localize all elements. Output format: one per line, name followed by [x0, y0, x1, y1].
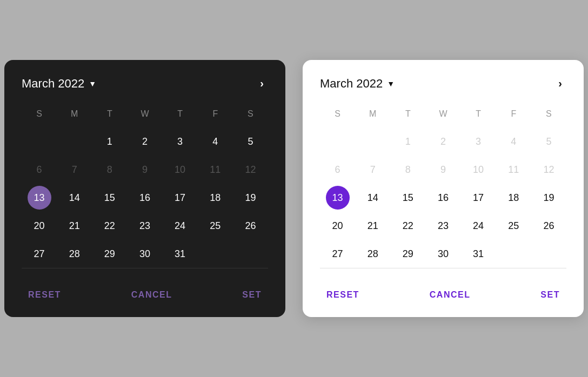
light-dropdown-arrow[interactable]: ▼ — [387, 79, 395, 88]
dark-day-17[interactable]: 17 — [168, 186, 192, 210]
dark-day-empty — [203, 242, 227, 266]
dark-dropdown-arrow[interactable]: ▼ — [89, 79, 96, 88]
dark-day-2[interactable]: 2 — [133, 130, 157, 153]
light-day-header-tue: T — [390, 105, 425, 127]
dark-day-header-tue: T — [92, 105, 127, 127]
dark-day-24[interactable]: 24 — [168, 214, 192, 238]
light-day-header-mon: M — [355, 105, 390, 127]
light-day-22[interactable]: 22 — [396, 214, 420, 238]
light-day-21[interactable]: 21 — [361, 214, 385, 238]
dark-footer-divider — [22, 268, 268, 268]
light-cancel-button[interactable]: CANCEL — [423, 286, 477, 304]
dark-day-12[interactable]: 12 — [238, 158, 262, 181]
light-day-3[interactable]: 3 — [466, 130, 490, 153]
light-day-header-sun: S — [320, 105, 355, 127]
dark-day-21[interactable]: 21 — [63, 214, 86, 238]
light-day-28[interactable]: 28 — [361, 242, 385, 266]
light-day-18[interactable]: 18 — [502, 186, 525, 210]
dark-day-19[interactable]: 19 — [238, 186, 262, 210]
light-month-title: March 2022 ▼ — [320, 77, 395, 91]
dark-day-25[interactable]: 25 — [203, 214, 227, 238]
dark-day-29[interactable]: 29 — [98, 242, 122, 266]
dark-day-22[interactable]: 22 — [98, 214, 122, 238]
dark-day-18[interactable]: 18 — [203, 186, 227, 210]
light-day-7[interactable]: 7 — [361, 158, 385, 181]
light-day-2[interactable]: 2 — [431, 130, 455, 153]
dark-day-23[interactable]: 23 — [133, 214, 157, 238]
dark-day-26[interactable]: 26 — [238, 214, 262, 238]
dark-calendar-header: March 2022 ▼ › — [22, 75, 268, 92]
light-calendar-footer: RESET CANCEL SET — [320, 284, 566, 304]
dark-day-7[interactable]: 7 — [63, 158, 86, 181]
dark-day-header-sat: S — [233, 105, 268, 127]
light-day-26[interactable]: 26 — [537, 214, 560, 238]
light-set-button[interactable]: SET — [534, 286, 566, 304]
dark-day-20[interactable]: 20 — [28, 214, 51, 238]
light-footer-divider — [320, 268, 566, 268]
light-day-31[interactable]: 31 — [466, 242, 490, 266]
light-day-empty — [361, 130, 385, 153]
dark-day-header-fri: F — [198, 105, 233, 127]
dark-month-title: March 2022 ▼ — [22, 77, 96, 91]
dark-day-empty — [28, 130, 51, 153]
light-nav-next[interactable]: › — [554, 75, 566, 92]
light-day-10[interactable]: 10 — [466, 158, 490, 181]
dark-day-1[interactable]: 1 — [98, 130, 122, 153]
light-day-29[interactable]: 29 — [396, 242, 420, 266]
dark-day-15[interactable]: 15 — [98, 186, 122, 210]
light-day-header-wed: W — [425, 105, 460, 127]
dark-day-14[interactable]: 14 — [63, 186, 86, 210]
light-reset-button[interactable]: RESET — [320, 286, 366, 304]
dark-calendar-grid: S M T W T F S 1 2 3 4 5 6 7 8 9 10 11 12… — [22, 105, 268, 268]
dark-nav-next[interactable]: › — [256, 75, 268, 92]
light-day-15[interactable]: 15 — [396, 186, 420, 210]
light-day-12[interactable]: 12 — [537, 158, 560, 181]
dark-day-10[interactable]: 10 — [168, 158, 192, 181]
light-day-30[interactable]: 30 — [431, 242, 455, 266]
dark-day-5[interactable]: 5 — [238, 130, 262, 153]
dark-set-button[interactable]: SET — [236, 286, 268, 304]
light-day-header-thu: T — [461, 105, 496, 127]
light-day-11[interactable]: 11 — [502, 158, 525, 181]
light-day-23[interactable]: 23 — [431, 214, 455, 238]
light-day-1[interactable]: 1 — [396, 130, 420, 153]
dark-day-3[interactable]: 3 — [168, 130, 192, 153]
light-day-14[interactable]: 14 — [361, 186, 385, 210]
dark-day-16[interactable]: 16 — [133, 186, 157, 210]
light-day-8[interactable]: 8 — [396, 158, 420, 181]
dark-day-header-thu: T — [163, 105, 198, 127]
dark-cancel-button[interactable]: CANCEL — [125, 286, 179, 304]
dark-day-8[interactable]: 8 — [98, 158, 122, 181]
light-day-19[interactable]: 19 — [537, 186, 560, 210]
dark-day-11[interactable]: 11 — [203, 158, 227, 181]
dark-day-27[interactable]: 27 — [28, 242, 51, 266]
light-day-empty — [502, 242, 525, 266]
dark-day-9[interactable]: 9 — [133, 158, 157, 181]
dark-calendar: March 2022 ▼ › S M T W T F S 1 2 3 4 5 6… — [4, 60, 285, 317]
dark-day-header-mon: M — [57, 105, 92, 127]
dark-day-empty — [63, 130, 86, 153]
dark-month-label: March 2022 — [22, 77, 84, 91]
light-day-24[interactable]: 24 — [466, 214, 490, 238]
light-day-5[interactable]: 5 — [537, 130, 560, 153]
light-day-9[interactable]: 9 — [431, 158, 455, 181]
dark-day-4[interactable]: 4 — [203, 130, 227, 153]
light-day-27[interactable]: 27 — [326, 242, 350, 266]
dark-day-28[interactable]: 28 — [63, 242, 86, 266]
light-month-label: March 2022 — [320, 77, 383, 91]
light-day-13-selected[interactable]: 13 — [326, 186, 350, 210]
dark-day-13-selected[interactable]: 13 — [28, 186, 51, 210]
dark-day-30[interactable]: 30 — [133, 242, 157, 266]
light-day-20[interactable]: 20 — [326, 214, 350, 238]
light-day-6[interactable]: 6 — [326, 158, 350, 181]
dark-day-header-wed: W — [127, 105, 162, 127]
light-day-16[interactable]: 16 — [431, 186, 455, 210]
dark-day-empty — [238, 242, 262, 266]
light-day-header-sat: S — [531, 105, 566, 127]
light-day-25[interactable]: 25 — [502, 214, 525, 238]
light-day-4[interactable]: 4 — [502, 130, 525, 153]
light-day-17[interactable]: 17 — [466, 186, 490, 210]
dark-day-31[interactable]: 31 — [168, 242, 192, 266]
dark-reset-button[interactable]: RESET — [22, 286, 68, 304]
dark-day-6[interactable]: 6 — [28, 158, 51, 181]
